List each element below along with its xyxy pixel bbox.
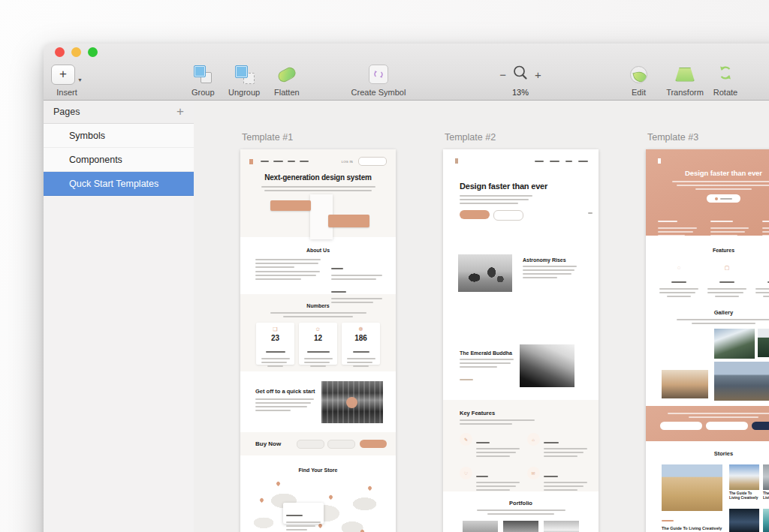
t1-stat-value: 12 bbox=[299, 334, 337, 342]
t3-hero-section: Design faster than ever bbox=[646, 149, 769, 236]
story-photo-dune bbox=[662, 464, 722, 511]
t2-feature-item: ✎ bbox=[460, 433, 523, 459]
map-pin-icon bbox=[367, 485, 372, 491]
feature-icon: ✎ bbox=[460, 433, 472, 446]
ungroup-icon bbox=[235, 65, 253, 83]
t1-about-section: About Us bbox=[240, 237, 396, 294]
close-window-button[interactable] bbox=[55, 47, 65, 57]
t3-hero-button bbox=[707, 194, 740, 203]
t2-buddha-title: The Emerald Buddha bbox=[460, 350, 514, 356]
t1-store-section: Find Your Store bbox=[240, 455, 396, 532]
insert-label: Insert bbox=[56, 88, 77, 97]
map-pin-icon bbox=[328, 494, 333, 500]
create-symbol-button[interactable]: Create Symbol bbox=[344, 65, 413, 97]
t3-stories-title: Stories bbox=[646, 441, 769, 457]
t2-portfolio-photo bbox=[463, 521, 498, 532]
sidebar-item-symbols[interactable]: Symbols bbox=[44, 124, 194, 148]
t1-stat-card: ❏ 23 bbox=[256, 323, 294, 365]
artboard-label[interactable]: Template #1 bbox=[242, 132, 293, 143]
transform-icon bbox=[675, 68, 695, 82]
rotate-icon bbox=[717, 65, 734, 84]
t2-astronomy-photo bbox=[458, 254, 512, 292]
t3-gallery-title: Gallery bbox=[646, 303, 769, 316]
t3-story-card-title: The Guide To Living Creatively bbox=[763, 491, 769, 500]
play-button-icon bbox=[346, 397, 357, 408]
t1-logo bbox=[249, 159, 253, 164]
sidebar-item-components[interactable]: Components bbox=[44, 148, 194, 172]
artboard-label[interactable]: Template #3 bbox=[647, 132, 698, 143]
t2-portfolio-item bbox=[503, 521, 538, 532]
insert-button[interactable]: + ▼ Insert bbox=[51, 65, 83, 97]
zoom-controls: − + 13% bbox=[494, 65, 547, 97]
map-pin-icon bbox=[259, 497, 264, 503]
magnifier-icon[interactable] bbox=[512, 65, 529, 84]
t3-feature-item: ⚙ bbox=[755, 259, 769, 297]
t2-portfolio-item bbox=[544, 521, 579, 532]
gallery-photo-valley bbox=[714, 362, 769, 401]
artboard-label[interactable]: Template #2 bbox=[445, 132, 496, 143]
feature-icon: ♡ bbox=[460, 467, 472, 479]
t1-store-map bbox=[240, 479, 396, 532]
artboard-template-2[interactable]: Design faster than ever Astronomy Rises bbox=[443, 149, 599, 532]
group-button[interactable]: Group bbox=[191, 65, 215, 97]
t1-hero-mock bbox=[240, 194, 396, 233]
edit-button[interactable]: Edit bbox=[630, 65, 647, 97]
t2-hero-title: Design faster than ever bbox=[460, 182, 599, 191]
minimize-window-button[interactable] bbox=[71, 47, 81, 57]
t3-cta-input-2 bbox=[706, 422, 748, 430]
group-label: Group bbox=[191, 88, 215, 97]
t1-stat-icon: ✩ bbox=[299, 326, 337, 332]
t3-features-section: Features ◌ ▢ ⚙ bbox=[646, 236, 769, 303]
feature-icon: ✉ bbox=[527, 467, 540, 479]
ungroup-label: Ungroup bbox=[228, 88, 260, 97]
feature-icon: ◌ bbox=[677, 265, 680, 270]
zoom-level[interactable]: 13% bbox=[512, 88, 529, 97]
flatten-button[interactable]: Flatten bbox=[274, 65, 300, 97]
t1-quickstart-section: Get off to a quick start bbox=[240, 371, 396, 432]
t3-story-card: The Guide To Living Creatively bbox=[729, 464, 759, 504]
sidebar-item-quick-start-templates[interactable]: Quck Start Templates bbox=[44, 172, 194, 196]
t3-stories-section: Stories The Guide To Living Creatively T… bbox=[646, 441, 769, 532]
pages-title: Pages bbox=[53, 107, 176, 117]
t1-buy-button bbox=[360, 440, 387, 448]
zoom-out-button[interactable]: − bbox=[499, 69, 506, 80]
group-icon bbox=[194, 65, 212, 83]
t2-portfolio-item bbox=[463, 521, 498, 532]
create-symbol-icon bbox=[369, 65, 388, 84]
zoom-window-button[interactable] bbox=[88, 47, 98, 57]
map-pin-icon bbox=[276, 481, 281, 486]
zoom-in-button[interactable]: + bbox=[535, 69, 541, 80]
rotate-button[interactable]: Rotate bbox=[704, 65, 746, 97]
map-pin-icon bbox=[360, 529, 365, 532]
t2-astronomy-title: Astronomy Rises bbox=[523, 257, 577, 263]
t1-hero-title: Next-generation design system bbox=[240, 173, 396, 182]
t1-login-link: LOG IN bbox=[342, 160, 353, 164]
t2-astronomy-section: Astronomy Rises bbox=[443, 248, 599, 331]
t1-stat-icon: ❏ bbox=[256, 326, 294, 332]
t3-hero-title: Design faster than ever bbox=[646, 149, 769, 177]
t3-story-main: The Guide To Living Creatively bbox=[662, 464, 722, 532]
ungroup-button[interactable]: Ungroup bbox=[228, 65, 260, 97]
artboard-template-1[interactable]: LOG IN Next-generation design system Abo… bbox=[240, 149, 396, 532]
t1-stat-value: 23 bbox=[256, 334, 294, 342]
feature-icon: ▢ bbox=[725, 265, 730, 270]
t3-cta-button bbox=[752, 422, 769, 430]
t3-story-card-title: The Guide To Living Creatively bbox=[729, 491, 759, 500]
canvas[interactable]: Template #1 Template #2 Template #3 LOG … bbox=[194, 101, 769, 532]
t3-cta-section bbox=[646, 406, 769, 441]
plus-icon: + bbox=[51, 65, 75, 85]
t1-signup-button bbox=[358, 157, 387, 166]
t2-buddha-section: The Emerald Buddha bbox=[443, 331, 599, 400]
t3-gallery-section: Gallery bbox=[646, 303, 769, 406]
t3-logo bbox=[658, 158, 661, 164]
t2-feature-item: ♡ bbox=[460, 467, 523, 493]
app-window: + ▼ Insert Group Ungroup Flatten bbox=[44, 44, 769, 532]
flatten-label: Flatten bbox=[274, 88, 300, 97]
t2-logo bbox=[455, 158, 458, 164]
t3-story-title: The Guide To Living Creatively bbox=[662, 526, 722, 530]
artboard-template-3[interactable]: Design faster than ever Features bbox=[646, 149, 769, 532]
t1-store-title: Find Your Store bbox=[240, 455, 396, 473]
rotate-label: Rotate bbox=[713, 88, 737, 97]
add-page-button[interactable]: + bbox=[176, 104, 184, 119]
window-controls bbox=[55, 47, 98, 57]
